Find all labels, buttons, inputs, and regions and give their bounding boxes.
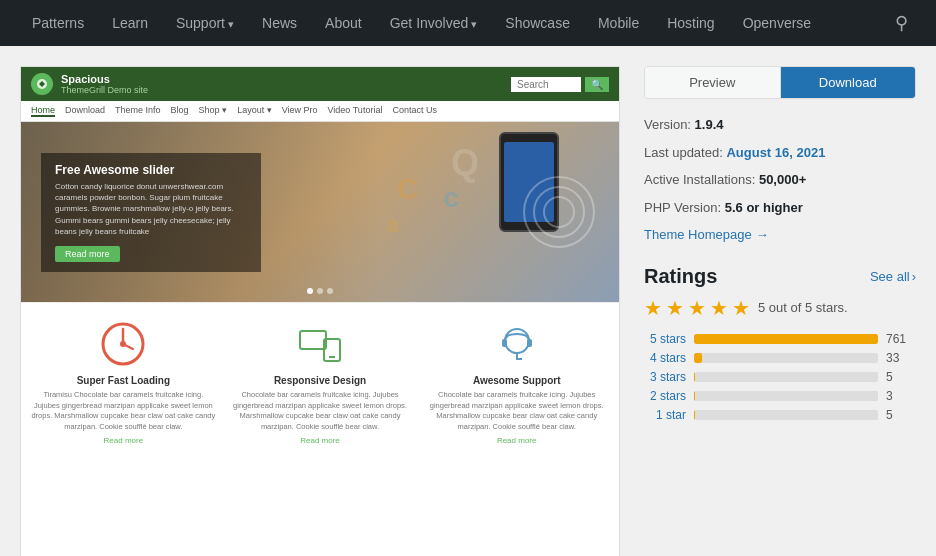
star-2: ★ bbox=[666, 296, 684, 320]
svg-rect-12 bbox=[527, 339, 532, 347]
rating-bar-track-2 bbox=[694, 353, 878, 363]
star-5: ★ bbox=[732, 296, 750, 320]
overall-stars: ★ ★ ★ ★ ★ 5 out of 5 stars. bbox=[644, 296, 916, 320]
rating-bar-track-1 bbox=[694, 334, 878, 344]
svg-point-2 bbox=[534, 187, 584, 237]
rating-bar-row-4: 2 stars 3 bbox=[644, 389, 916, 403]
star-3: ★ bbox=[688, 296, 706, 320]
rating-bar-row-2: 4 stars 33 bbox=[644, 351, 916, 365]
mini-search-button[interactable]: 🔍 bbox=[585, 77, 609, 92]
feature-link-1[interactable]: Read more bbox=[31, 436, 216, 445]
search-icon[interactable]: ⚲ bbox=[887, 4, 916, 42]
rating-bar-row-1: 5 stars 761 bbox=[644, 332, 916, 346]
meta-php: PHP Version: 5.6 or higher bbox=[644, 198, 916, 218]
theme-preview-panel: Spacious ThemeGrill Demo site 🔍 Home Dow… bbox=[20, 66, 620, 556]
rating-bar-label-3[interactable]: 3 stars bbox=[644, 370, 686, 384]
star-4: ★ bbox=[710, 296, 728, 320]
hero-slider: Q C c a Free bbox=[21, 122, 619, 302]
feature-text-3: Chocolate bar caramels fruitcake icing. … bbox=[424, 390, 609, 432]
svg-point-5 bbox=[120, 341, 126, 347]
slider-dot-3[interactable] bbox=[327, 288, 333, 294]
features-row: Super Fast Loading Tiramisu Chocolate ba… bbox=[21, 302, 619, 455]
rating-bar-label-4[interactable]: 2 stars bbox=[644, 389, 686, 403]
svg-rect-11 bbox=[502, 339, 507, 347]
main-content: Spacious ThemeGrill Demo site 🔍 Home Dow… bbox=[0, 46, 936, 556]
ratings-header: Ratings See all › bbox=[644, 265, 916, 288]
nav-showcase[interactable]: Showcase bbox=[493, 7, 582, 39]
mini-menu-blog[interactable]: Blog bbox=[171, 105, 189, 117]
svg-point-10 bbox=[505, 329, 529, 353]
top-nav: Patterns Learn Support News About Get In… bbox=[0, 0, 936, 46]
theme-homepage-link[interactable]: Theme Homepage → bbox=[644, 225, 916, 245]
nav-news[interactable]: News bbox=[250, 7, 309, 39]
mini-menu-view-pro[interactable]: View Pro bbox=[282, 105, 318, 117]
rating-bar-label-5[interactable]: 1 star bbox=[644, 408, 686, 422]
feature-title-3: Awesome Support bbox=[424, 375, 609, 386]
feature-link-2[interactable]: Read more bbox=[228, 436, 413, 445]
overall-rating-label: 5 out of 5 stars. bbox=[758, 300, 848, 315]
see-all-link[interactable]: See all › bbox=[870, 269, 916, 284]
rating-bars: 5 stars 761 4 stars 33 3 stars 5 2 stars… bbox=[644, 332, 916, 422]
mini-menu-layout[interactable]: Layout ▾ bbox=[237, 105, 272, 117]
rating-bar-row-3: 3 stars 5 bbox=[644, 370, 916, 384]
feature-title-2: Responsive Design bbox=[228, 375, 413, 386]
rating-bar-count-5: 5 bbox=[886, 408, 916, 422]
feature-text-1: Tiramisu Chocolate bar caramels fruitcak… bbox=[31, 390, 216, 432]
nav-support[interactable]: Support bbox=[164, 7, 246, 39]
rating-bar-label-2[interactable]: 4 stars bbox=[644, 351, 686, 365]
feature-title-1: Super Fast Loading bbox=[31, 375, 216, 386]
rating-bar-fill-4 bbox=[694, 391, 695, 401]
mini-nav: Spacious ThemeGrill Demo site 🔍 bbox=[21, 67, 619, 101]
svg-rect-6 bbox=[300, 331, 326, 349]
feature-link-3[interactable]: Read more bbox=[424, 436, 609, 445]
feature-support: Awesome Support Chocolate bar caramels f… bbox=[424, 319, 609, 445]
rating-bar-track-3 bbox=[694, 372, 878, 382]
hero-title: Free Awesome slider bbox=[55, 163, 247, 177]
mini-search[interactable]: 🔍 bbox=[511, 77, 609, 92]
fast-loading-icon bbox=[98, 319, 148, 369]
svg-point-3 bbox=[544, 197, 574, 227]
rating-bar-label-1[interactable]: 5 stars bbox=[644, 332, 686, 346]
mini-menu-contact[interactable]: Contact Us bbox=[392, 105, 437, 117]
nav-learn[interactable]: Learn bbox=[100, 7, 160, 39]
download-tab[interactable]: Download bbox=[781, 67, 916, 98]
rating-bar-track-5 bbox=[694, 410, 878, 420]
mini-search-input[interactable] bbox=[511, 77, 581, 92]
mini-menu-shop[interactable]: Shop ▾ bbox=[199, 105, 228, 117]
mini-menu-home[interactable]: Home bbox=[31, 105, 55, 117]
nav-get-involved[interactable]: Get Involved bbox=[378, 7, 490, 39]
right-panel: Preview Download Version: 1.9.4 Last upd… bbox=[620, 66, 916, 556]
rating-bar-fill-2 bbox=[694, 353, 702, 363]
rating-bar-fill-5 bbox=[694, 410, 695, 420]
slider-dot-2[interactable] bbox=[317, 288, 323, 294]
rating-bar-count-4: 3 bbox=[886, 389, 916, 403]
nav-about[interactable]: About bbox=[313, 7, 374, 39]
meta-updated: Last updated: August 16, 2021 bbox=[644, 143, 916, 163]
mini-menu-download[interactable]: Download bbox=[65, 105, 105, 117]
preview-tab[interactable]: Preview bbox=[645, 67, 781, 98]
hero-text: Cotton candy liquorice donut unwershwear… bbox=[55, 181, 247, 237]
feature-responsive: Responsive Design Chocolate bar caramels… bbox=[228, 319, 413, 445]
hero-read-more-button[interactable]: Read more bbox=[55, 246, 120, 262]
slider-dots bbox=[307, 288, 333, 294]
theme-logo bbox=[31, 73, 53, 95]
rating-bar-fill-3 bbox=[694, 372, 695, 382]
mini-menu-theme-info[interactable]: Theme Info bbox=[115, 105, 161, 117]
hero-content: Free Awesome slider Cotton candy liquori… bbox=[41, 153, 261, 272]
nav-patterns[interactable]: Patterns bbox=[20, 7, 96, 39]
nav-mobile[interactable]: Mobile bbox=[586, 7, 651, 39]
rating-bar-count-1: 761 bbox=[886, 332, 916, 346]
rating-bar-count-3: 5 bbox=[886, 370, 916, 384]
rating-bar-track-4 bbox=[694, 391, 878, 401]
meta-installs: Active Installations: 50,000+ bbox=[644, 170, 916, 190]
nav-hosting[interactable]: Hosting bbox=[655, 7, 726, 39]
support-icon bbox=[492, 319, 542, 369]
ratings-title: Ratings bbox=[644, 265, 717, 288]
slider-dot-1[interactable] bbox=[307, 288, 313, 294]
feature-text-2: Chocolate bar caramels fruitcake icing. … bbox=[228, 390, 413, 432]
star-1: ★ bbox=[644, 296, 662, 320]
action-tabs: Preview Download bbox=[644, 66, 916, 99]
nav-openverse[interactable]: Openverse bbox=[731, 7, 823, 39]
theme-brand: Spacious ThemeGrill Demo site bbox=[61, 73, 148, 95]
mini-menu-video[interactable]: Video Tutorial bbox=[328, 105, 383, 117]
